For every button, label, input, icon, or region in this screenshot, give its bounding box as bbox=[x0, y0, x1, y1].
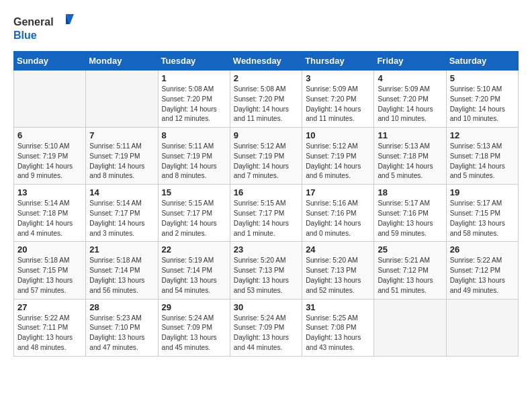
calendar-cell bbox=[14, 71, 86, 128]
calendar-cell: 23Sunrise: 5:20 AMSunset: 7:13 PMDayligh… bbox=[230, 242, 302, 299]
cell-info: Sunrise: 5:17 AMSunset: 7:16 PMDaylight:… bbox=[378, 199, 433, 236]
cell-info: Sunrise: 5:20 AMSunset: 7:13 PMDaylight:… bbox=[306, 257, 361, 293]
day-number: 8 bbox=[162, 130, 226, 140]
calendar-cell bbox=[446, 299, 518, 356]
day-number: 10 bbox=[306, 130, 370, 140]
header-cell-saturday: Saturday bbox=[446, 52, 518, 71]
calendar-cell: 17Sunrise: 5:16 AMSunset: 7:16 PMDayligh… bbox=[302, 185, 374, 242]
calendar-cell: 4Sunrise: 5:09 AMSunset: 7:20 PMDaylight… bbox=[374, 71, 446, 128]
cell-info: Sunrise: 5:19 AMSunset: 7:14 PMDaylight:… bbox=[162, 257, 217, 293]
calendar-cell: 13Sunrise: 5:14 AMSunset: 7:18 PMDayligh… bbox=[14, 185, 86, 242]
page-header: General Blue bbox=[13, 11, 519, 44]
cell-info: Sunrise: 5:22 AMSunset: 7:11 PMDaylight:… bbox=[17, 314, 73, 351]
calendar-cell: 22Sunrise: 5:19 AMSunset: 7:14 PMDayligh… bbox=[158, 242, 230, 299]
week-row-5: 27Sunrise: 5:22 AMSunset: 7:11 PMDayligh… bbox=[14, 299, 519, 356]
cell-info: Sunrise: 5:24 AMSunset: 7:09 PMDaylight:… bbox=[162, 314, 217, 351]
cell-info: Sunrise: 5:09 AMSunset: 7:20 PMDaylight:… bbox=[378, 85, 433, 122]
calendar-cell: 26Sunrise: 5:22 AMSunset: 7:12 PMDayligh… bbox=[446, 242, 518, 299]
day-number: 26 bbox=[450, 244, 515, 255]
day-number: 17 bbox=[306, 187, 370, 197]
calendar-cell: 29Sunrise: 5:24 AMSunset: 7:09 PMDayligh… bbox=[158, 299, 230, 356]
calendar-cell: 15Sunrise: 5:15 AMSunset: 7:17 PMDayligh… bbox=[158, 185, 230, 242]
calendar-cell: 5Sunrise: 5:10 AMSunset: 7:20 PMDaylight… bbox=[446, 71, 518, 128]
day-number: 21 bbox=[89, 244, 154, 255]
calendar-cell: 3Sunrise: 5:09 AMSunset: 7:20 PMDaylight… bbox=[302, 71, 374, 128]
calendar-cell: 30Sunrise: 5:24 AMSunset: 7:09 PMDayligh… bbox=[230, 299, 302, 356]
calendar-cell: 28Sunrise: 5:23 AMSunset: 7:10 PMDayligh… bbox=[86, 299, 158, 356]
cell-info: Sunrise: 5:13 AMSunset: 7:18 PMDaylight:… bbox=[450, 142, 505, 179]
day-number: 11 bbox=[378, 130, 442, 140]
day-number: 2 bbox=[234, 73, 298, 83]
cell-info: Sunrise: 5:10 AMSunset: 7:19 PMDaylight:… bbox=[17, 142, 73, 179]
calendar-cell: 19Sunrise: 5:17 AMSunset: 7:15 PMDayligh… bbox=[446, 185, 518, 242]
cell-info: Sunrise: 5:12 AMSunset: 7:19 PMDaylight:… bbox=[234, 142, 289, 179]
cell-info: Sunrise: 5:20 AMSunset: 7:13 PMDaylight:… bbox=[234, 257, 289, 293]
day-number: 5 bbox=[450, 73, 515, 83]
cell-info: Sunrise: 5:10 AMSunset: 7:20 PMDaylight:… bbox=[450, 85, 505, 122]
calendar-table: SundayMondayTuesdayWednesdayThursdayFrid… bbox=[13, 51, 519, 357]
svg-text:Blue: Blue bbox=[13, 30, 37, 41]
calendar-cell: 10Sunrise: 5:12 AMSunset: 7:19 PMDayligh… bbox=[302, 128, 374, 185]
calendar-cell: 20Sunrise: 5:18 AMSunset: 7:15 PMDayligh… bbox=[14, 242, 86, 299]
day-number: 9 bbox=[234, 130, 298, 140]
calendar-cell: 9Sunrise: 5:12 AMSunset: 7:19 PMDaylight… bbox=[230, 128, 302, 185]
cell-info: Sunrise: 5:18 AMSunset: 7:15 PMDaylight:… bbox=[17, 257, 73, 293]
cell-info: Sunrise: 5:08 AMSunset: 7:20 PMDaylight:… bbox=[162, 85, 217, 122]
calendar-cell: 14Sunrise: 5:14 AMSunset: 7:17 PMDayligh… bbox=[86, 185, 158, 242]
calendar-cell: 12Sunrise: 5:13 AMSunset: 7:18 PMDayligh… bbox=[446, 128, 518, 185]
calendar-cell: 11Sunrise: 5:13 AMSunset: 7:18 PMDayligh… bbox=[374, 128, 446, 185]
cell-info: Sunrise: 5:09 AMSunset: 7:20 PMDaylight:… bbox=[306, 85, 361, 122]
day-number: 24 bbox=[306, 244, 370, 255]
cell-info: Sunrise: 5:13 AMSunset: 7:18 PMDaylight:… bbox=[378, 142, 433, 179]
day-number: 27 bbox=[17, 302, 82, 312]
cell-info: Sunrise: 5:11 AMSunset: 7:19 PMDaylight:… bbox=[162, 142, 217, 179]
cell-info: Sunrise: 5:15 AMSunset: 7:17 PMDaylight:… bbox=[234, 199, 289, 236]
day-number: 1 bbox=[162, 73, 226, 83]
week-row-1: 1Sunrise: 5:08 AMSunset: 7:20 PMDaylight… bbox=[14, 71, 519, 128]
cell-info: Sunrise: 5:25 AMSunset: 7:08 PMDaylight:… bbox=[306, 314, 361, 351]
week-row-4: 20Sunrise: 5:18 AMSunset: 7:15 PMDayligh… bbox=[14, 242, 519, 299]
day-number: 7 bbox=[89, 130, 154, 140]
cell-info: Sunrise: 5:17 AMSunset: 7:15 PMDaylight:… bbox=[450, 199, 505, 236]
calendar-cell: 7Sunrise: 5:11 AMSunset: 7:19 PMDaylight… bbox=[86, 128, 158, 185]
cell-info: Sunrise: 5:08 AMSunset: 7:20 PMDaylight:… bbox=[234, 85, 289, 122]
day-number: 31 bbox=[306, 302, 370, 312]
week-row-2: 6Sunrise: 5:10 AMSunset: 7:19 PMDaylight… bbox=[14, 128, 519, 185]
calendar-cell: 21Sunrise: 5:18 AMSunset: 7:14 PMDayligh… bbox=[86, 242, 158, 299]
day-number: 18 bbox=[378, 187, 442, 197]
header-cell-monday: Monday bbox=[86, 52, 158, 71]
day-number: 19 bbox=[450, 187, 515, 197]
day-number: 15 bbox=[162, 187, 226, 197]
calendar-cell: 25Sunrise: 5:21 AMSunset: 7:12 PMDayligh… bbox=[374, 242, 446, 299]
cell-info: Sunrise: 5:16 AMSunset: 7:16 PMDaylight:… bbox=[306, 199, 361, 236]
calendar-cell: 6Sunrise: 5:10 AMSunset: 7:19 PMDaylight… bbox=[14, 128, 86, 185]
calendar-cell: 16Sunrise: 5:15 AMSunset: 7:17 PMDayligh… bbox=[230, 185, 302, 242]
cell-info: Sunrise: 5:14 AMSunset: 7:17 PMDaylight:… bbox=[89, 199, 144, 236]
calendar-cell: 18Sunrise: 5:17 AMSunset: 7:16 PMDayligh… bbox=[374, 185, 446, 242]
day-number: 16 bbox=[234, 187, 298, 197]
header-cell-wednesday: Wednesday bbox=[230, 52, 302, 71]
header-cell-thursday: Thursday bbox=[302, 52, 374, 71]
calendar-cell: 1Sunrise: 5:08 AMSunset: 7:20 PMDaylight… bbox=[158, 71, 230, 128]
day-number: 14 bbox=[89, 187, 154, 197]
day-number: 23 bbox=[234, 244, 298, 255]
cell-info: Sunrise: 5:24 AMSunset: 7:09 PMDaylight:… bbox=[234, 314, 289, 351]
calendar-cell: 8Sunrise: 5:11 AMSunset: 7:19 PMDaylight… bbox=[158, 128, 230, 185]
header-cell-tuesday: Tuesday bbox=[158, 52, 230, 71]
cell-info: Sunrise: 5:14 AMSunset: 7:18 PMDaylight:… bbox=[17, 199, 73, 236]
calendar-cell: 31Sunrise: 5:25 AMSunset: 7:08 PMDayligh… bbox=[302, 299, 374, 356]
day-number: 20 bbox=[17, 244, 82, 255]
cell-info: Sunrise: 5:12 AMSunset: 7:19 PMDaylight:… bbox=[306, 142, 361, 179]
cell-info: Sunrise: 5:11 AMSunset: 7:19 PMDaylight:… bbox=[89, 142, 144, 179]
calendar-cell: 2Sunrise: 5:08 AMSunset: 7:20 PMDaylight… bbox=[230, 71, 302, 128]
calendar-cell: 27Sunrise: 5:22 AMSunset: 7:11 PMDayligh… bbox=[14, 299, 86, 356]
cell-info: Sunrise: 5:23 AMSunset: 7:10 PMDaylight:… bbox=[89, 314, 144, 351]
svg-text:General: General bbox=[13, 16, 54, 28]
day-number: 12 bbox=[450, 130, 515, 140]
cell-info: Sunrise: 5:15 AMSunset: 7:17 PMDaylight:… bbox=[162, 199, 217, 236]
day-number: 22 bbox=[162, 244, 226, 255]
header-cell-sunday: Sunday bbox=[14, 52, 86, 71]
calendar-cell bbox=[374, 299, 446, 356]
header-row: SundayMondayTuesdayWednesdayThursdayFrid… bbox=[14, 52, 519, 71]
day-number: 25 bbox=[378, 244, 442, 255]
